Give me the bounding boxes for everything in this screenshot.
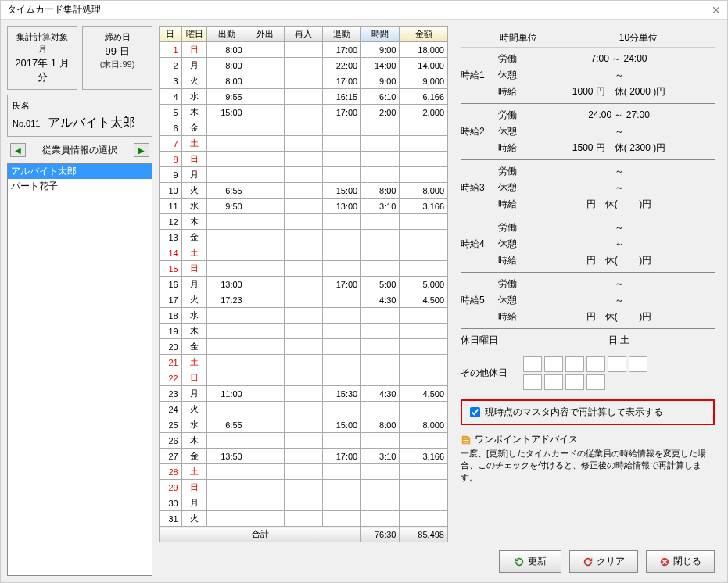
cell-out1[interactable] (246, 324, 284, 339)
cell-out1[interactable] (246, 277, 284, 292)
cell-out[interactable]: 17:00 (323, 105, 361, 120)
cell-in[interactable] (207, 495, 246, 511)
cell-in[interactable]: 15:00 (207, 105, 246, 120)
cell-out[interactable] (323, 495, 361, 511)
cell-in2[interactable] (284, 73, 322, 89)
cell-out1[interactable] (246, 199, 284, 214)
cell-in[interactable] (207, 370, 246, 386)
cell-out[interactable]: 15:30 (323, 386, 361, 402)
cell-out1[interactable] (246, 339, 284, 355)
cell-out[interactable] (323, 324, 361, 339)
cell-out[interactable]: 15:00 (323, 183, 361, 199)
cell-out1[interactable] (246, 261, 284, 277)
cell-out1[interactable] (246, 511, 284, 527)
cell-out1[interactable] (246, 183, 284, 199)
cell-out1[interactable] (246, 370, 284, 386)
cell-in[interactable] (207, 511, 246, 527)
cell-in2[interactable] (284, 339, 322, 355)
cell-in[interactable] (207, 464, 246, 480)
cell-out[interactable] (323, 120, 361, 136)
cell-out[interactable] (323, 167, 361, 183)
cell-day[interactable]: 2 (160, 58, 182, 73)
cell-out1[interactable] (246, 433, 284, 449)
prev-employee-button[interactable]: ◀ (10, 143, 26, 157)
cell-day[interactable]: 17 (160, 292, 182, 308)
cell-out[interactable]: 17:00 (323, 73, 361, 89)
cell-in2[interactable] (284, 495, 322, 511)
cell-in2[interactable] (284, 136, 322, 152)
cell-in2[interactable] (284, 417, 322, 433)
cell-in2[interactable] (284, 511, 322, 527)
cell-out1[interactable] (246, 120, 284, 136)
cell-out[interactable]: 17:00 (323, 277, 361, 292)
cell-out[interactable] (323, 152, 361, 167)
holiday-box[interactable] (586, 356, 605, 372)
employee-item[interactable]: アルバイト太郎 (8, 164, 152, 179)
cell-day[interactable]: 16 (160, 277, 182, 292)
cell-out1[interactable] (246, 136, 284, 152)
cell-day[interactable]: 19 (160, 324, 182, 339)
cell-in[interactable] (207, 152, 246, 167)
cell-in2[interactable] (284, 120, 322, 136)
cell-in[interactable] (207, 120, 246, 136)
holiday-box[interactable] (544, 356, 563, 372)
cell-day[interactable]: 15 (160, 261, 182, 277)
cell-out[interactable] (323, 480, 361, 495)
cell-out[interactable]: 22:00 (323, 58, 361, 73)
cell-in2[interactable] (284, 308, 322, 324)
next-employee-button[interactable]: ▶ (134, 143, 149, 157)
cell-out1[interactable] (246, 292, 284, 308)
cell-out1[interactable] (246, 449, 284, 464)
cell-in[interactable]: 13:00 (207, 277, 246, 292)
cell-day[interactable]: 8 (160, 152, 182, 167)
cell-in2[interactable] (284, 277, 322, 292)
cell-in2[interactable] (284, 105, 322, 120)
cell-in[interactable] (207, 355, 246, 370)
cell-in2[interactable] (284, 449, 322, 464)
cell-in[interactable] (207, 324, 246, 339)
cell-out[interactable] (323, 339, 361, 355)
cell-in[interactable]: 8:00 (207, 42, 246, 58)
cell-in2[interactable] (284, 433, 322, 449)
cell-out[interactable] (323, 511, 361, 527)
cell-day[interactable]: 24 (160, 402, 182, 417)
holiday-box[interactable] (629, 356, 647, 372)
cell-day[interactable]: 31 (160, 511, 182, 527)
cell-in[interactable] (207, 480, 246, 495)
cell-in[interactable] (207, 136, 246, 152)
cell-out[interactable]: 16:15 (323, 89, 361, 105)
cell-out1[interactable] (246, 58, 284, 73)
cell-day[interactable]: 11 (160, 199, 182, 214)
cell-in[interactable]: 11:00 (207, 386, 246, 402)
cell-out[interactable] (323, 292, 361, 308)
cell-out[interactable] (323, 433, 361, 449)
holiday-box[interactable] (565, 356, 584, 372)
clear-button[interactable]: クリア (569, 550, 638, 573)
cell-in[interactable] (207, 402, 246, 417)
cell-day[interactable]: 25 (160, 417, 182, 433)
cell-out[interactable] (323, 370, 361, 386)
cell-day[interactable]: 20 (160, 339, 182, 355)
cell-out[interactable]: 17:00 (323, 449, 361, 464)
cell-out1[interactable] (246, 73, 284, 89)
holiday-box[interactable] (523, 356, 542, 372)
cell-out1[interactable] (246, 167, 284, 183)
holiday-box[interactable] (586, 374, 605, 390)
cell-out[interactable] (323, 308, 361, 324)
cell-in[interactable]: 13:50 (207, 449, 246, 464)
cell-out[interactable]: 15:00 (323, 417, 361, 433)
cell-out[interactable] (323, 245, 361, 261)
cell-day[interactable]: 4 (160, 89, 182, 105)
holiday-box[interactable] (544, 374, 563, 390)
cell-day[interactable]: 27 (160, 449, 182, 464)
cell-day[interactable]: 6 (160, 120, 182, 136)
cell-in[interactable]: 17:23 (207, 292, 246, 308)
cell-in[interactable]: 8:00 (207, 58, 246, 73)
cell-out1[interactable] (246, 214, 284, 230)
cell-in2[interactable] (284, 355, 322, 370)
cell-day[interactable]: 28 (160, 464, 182, 480)
cell-day[interactable]: 10 (160, 183, 182, 199)
cell-out1[interactable] (246, 402, 284, 417)
cell-in2[interactable] (284, 183, 322, 199)
cell-in[interactable] (207, 230, 246, 245)
